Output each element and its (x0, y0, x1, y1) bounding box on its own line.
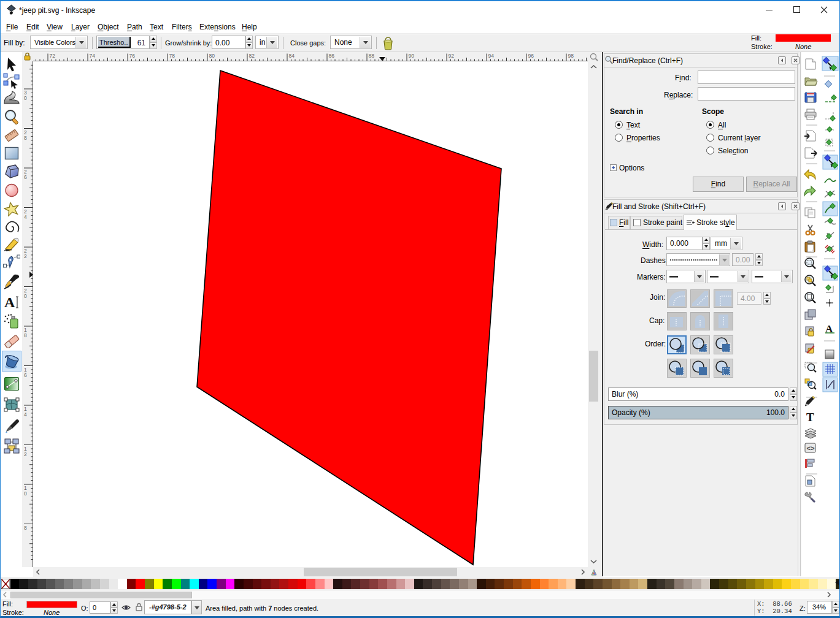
svg-text:76: 76 (129, 53, 136, 59)
svg-text:8: 8 (24, 135, 27, 141)
svg-text:90: 90 (409, 53, 415, 59)
svg-text:2: 2 (24, 253, 27, 259)
svg-text:0: 0 (24, 293, 27, 299)
svg-text:82: 82 (249, 53, 255, 59)
svg-text:86: 86 (329, 53, 335, 59)
svg-text:72: 72 (50, 53, 56, 59)
svg-text:4: 4 (24, 411, 27, 418)
svg-text:92: 92 (449, 53, 455, 59)
svg-text:8: 8 (24, 525, 27, 531)
svg-text:6: 6 (24, 174, 27, 180)
svg-text:4: 4 (24, 214, 27, 220)
svg-text:84: 84 (289, 53, 295, 59)
svg-text:80: 80 (209, 53, 215, 59)
svg-text:<>: <> (807, 445, 815, 452)
svg-text:8: 8 (24, 332, 27, 338)
svg-text:78: 78 (169, 53, 175, 59)
svg-text:0: 0 (24, 95, 27, 101)
svg-text:98: 98 (568, 53, 574, 59)
svg-text:96: 96 (528, 53, 534, 59)
svg-text:0: 0 (24, 490, 27, 497)
svg-text:6: 6 (24, 372, 27, 378)
svg-text:A: A (4, 295, 15, 310)
svg-text:94: 94 (488, 53, 495, 59)
svg-text:2: 2 (24, 451, 27, 457)
svg-text:88: 88 (369, 53, 375, 59)
svg-text:74: 74 (90, 53, 96, 59)
svg-text:T: T (806, 411, 814, 424)
